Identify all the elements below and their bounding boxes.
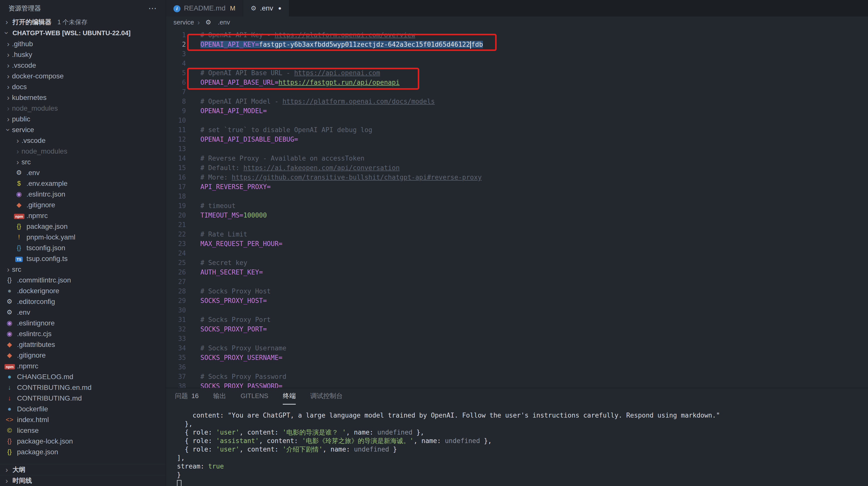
more-actions-icon[interactable]: ⋯ [148,3,157,13]
editor-line-21[interactable]: 21 [166,220,868,230]
tree-folder-src[interactable]: ›src [0,156,166,167]
open-editors-section[interactable]: › 打开的编辑器 1 个未保存 [0,17,166,27]
tree-file-CONTRIBUTING.en.md[interactable]: ↓CONTRIBUTING.en.md [0,382,166,393]
tree-folder-node_modules[interactable]: ›node_modules [0,146,166,156]
panel-tab-输出[interactable]: 输出 [213,388,226,405]
terminal-output[interactable]: content: "You are ChatGPT, a large langu… [166,405,868,486]
editor-line-6[interactable]: 6OPENAI_API_BASE_URL=https://fastgpt.run… [166,78,868,87]
tree-file-tsup.config.ts[interactable]: TStsup.config.ts [0,253,166,264]
editor-line-2[interactable]: 2OPENAI_API_KEY=fastgpt-y6b3axfbdd5wyp01… [166,40,868,49]
tree-file-.env[interactable]: ⚙.env [0,307,166,318]
tab-README.md[interactable]: iREADME.mdM [166,0,243,17]
tree-file-package-lock.json[interactable]: {}package-lock.json [0,436,166,447]
tree-file-.eslintrc.json[interactable]: ◉.eslintrc.json [0,189,166,200]
editor-line-29[interactable]: 29SOCKS_PROXY_HOST= [166,296,868,306]
tree-file-package.json[interactable]: {}package.json [0,447,166,457]
editor-line-5[interactable]: 5# OpenAI API Base URL - https://api.ope… [166,68,868,78]
editor-line-16[interactable]: 16# More: https://github.com/transitive-… [166,173,868,182]
editor-line-15[interactable]: 15# Default: https://ai.fakeopen.com/api… [166,163,868,173]
tree-folder-.vscode[interactable]: ›.vscode [0,135,166,146]
editor[interactable]: 1# OpenAI API Key - https://platform.ope… [166,28,868,388]
tree-folder-src[interactable]: ›src [0,264,166,275]
editor-line-26[interactable]: 26AUTH_SECRET_KEY= [166,267,868,277]
breadcrumb-item-service[interactable]: service [174,19,194,26]
tree-file-package.json[interactable]: {}package.json [0,221,166,232]
editor-line-9[interactable]: 9OPENAI_API_MODEL= [166,106,868,116]
tree-file-.eslintignore[interactable]: ◉.eslintignore [0,318,166,328]
editor-line-12[interactable]: 12OPENAI_API_DISABLE_DEBUG= [166,135,868,144]
line-text [186,249,200,258]
tree-file-Dockerfile[interactable]: ●Dockerfile [0,404,166,414]
tree-file-CHANGELOG.md[interactable]: ●CHANGELOG.md [0,371,166,382]
panel-tab-终端[interactable]: 终端 [283,388,296,405]
tree-file-index.html[interactable]: <>index.html [0,414,166,425]
editor-line-38[interactable]: 38SOCKS_PROXY_PASSWORD= [166,381,868,388]
editor-line-27[interactable]: 27 [166,277,868,286]
editor-line-35[interactable]: 35SOCKS_PROXY_USERNAME= [166,353,868,362]
tab-label: README.md [184,4,225,12]
editor-line-13[interactable]: 13 [166,144,868,153]
breadcrumb-item-.env[interactable]: ⚙.env [204,19,230,26]
editor-line-1[interactable]: 1# OpenAI API Key - https://platform.ope… [166,30,868,40]
tab-.env[interactable]: ⚙.env● [243,0,289,17]
tree-folder-kubernetes[interactable]: ›kubernetes [0,92,166,103]
tree-folder-docs[interactable]: ›docs [0,81,166,92]
editor-line-4[interactable]: 4 [166,59,868,68]
tree-folder-public[interactable]: ›public [0,114,166,124]
tree-file-.gitignore[interactable]: ◆.gitignore [0,350,166,361]
editor-line-28[interactable]: 28# Socks Proxy Host [166,286,868,296]
tree-item-label: .eslintrc.json [27,190,65,198]
editor-line-32[interactable]: 32SOCKS_PROXY_PORT= [166,324,868,334]
editor-line-20[interactable]: 20TIMEOUT_MS=100000 [166,210,868,220]
editor-line-14[interactable]: 14# Reverse Proxy - Available on accessT… [166,153,868,163]
editor-line-17[interactable]: 17API_REVERSE_PROXY= [166,182,868,192]
tree-file-.npmrc[interactable]: npm.npmrc [0,361,166,371]
editor-line-25[interactable]: 25# Secret key [166,258,868,267]
editor-line-22[interactable]: 22# Rate Limit [166,230,868,239]
tree-item-label: .commitlintrc.json [17,276,71,284]
tree-file-.env[interactable]: ⚙.env [0,167,166,178]
tree-folder-docker-compose[interactable]: ›docker-compose [0,71,166,81]
editor-line-31[interactable]: 31# Socks Proxy Port [166,315,868,324]
readme-icon: i [174,4,180,12]
tree-folder-.vscode[interactable]: ›.vscode [0,60,166,71]
editor-line-30[interactable]: 30 [166,306,868,315]
tree-file-.npmrc[interactable]: npm.npmrc [0,210,166,221]
outline-section[interactable]: › 大纲 [0,464,166,475]
timeline-section[interactable]: › 时间线 [0,475,166,486]
editor-line-18[interactable]: 18 [166,192,868,201]
editor-line-19[interactable]: 19# timeout [166,201,868,210]
editor-line-33[interactable]: 33 [166,334,868,343]
editor-line-23[interactable]: 23MAX_REQUEST_PER_HOUR= [166,239,868,249]
tree-file-license[interactable]: ©license [0,425,166,436]
code-area[interactable]: 1# OpenAI API Key - https://platform.ope… [166,28,868,388]
editor-line-8[interactable]: 8# OpenAI API Model - https://platform.o… [166,97,868,106]
tree-folder-.husky[interactable]: ›.husky [0,49,166,60]
editor-line-7[interactable]: 7 [166,87,868,97]
editor-line-3[interactable]: 3 [166,49,868,59]
tree-folder-node_modules[interactable]: ›node_modules [0,103,166,114]
tree-folder-service[interactable]: ›service [0,124,166,135]
panel-tab-调试控制台[interactable]: 调试控制台 [310,388,343,405]
tree-folder-.github[interactable]: ›.github [0,38,166,49]
tree-file-.eslintrc.cjs[interactable]: ◉.eslintrc.cjs [0,328,166,339]
tree-file-.editorconfig[interactable]: ⚙.editorconfig [0,296,166,307]
tree-file-.gitattributes[interactable]: ◆.gitattributes [0,339,166,350]
editor-line-10[interactable]: 10 [166,116,868,125]
tree-file-.env.example[interactable]: $.env.example [0,178,166,189]
tree-file-.gitignore[interactable]: ◆.gitignore [0,200,166,210]
editor-line-11[interactable]: 11# set `true` to disable OpenAI API deb… [166,125,868,135]
editor-line-24[interactable]: 24 [166,249,868,258]
editor-line-36[interactable]: 36 [166,362,868,372]
unsaved-dot-icon[interactable]: ● [278,5,281,11]
panel-tab-GITLENS[interactable]: GITLENS [241,388,268,405]
tree-file-CONTRIBUTING.md[interactable]: ↓CONTRIBUTING.md [0,393,166,404]
project-section[interactable]: › CHATGPT-WEB [WSL: UBUNTU-22.04] [0,27,166,38]
tree-file-tsconfig.json[interactable]: {}tsconfig.json [0,242,166,253]
tree-file-.commitlintrc.json[interactable]: {}.commitlintrc.json [0,275,166,285]
tree-file-pnpm-lock.yaml[interactable]: !pnpm-lock.yaml [0,232,166,242]
tree-file-.dockerignore[interactable]: ●.dockerignore [0,285,166,296]
panel-tab-问题[interactable]: 问题16 [175,388,199,405]
editor-line-34[interactable]: 34# Socks Proxy Username [166,343,868,353]
editor-line-37[interactable]: 37# Socks Proxy Password [166,372,868,381]
